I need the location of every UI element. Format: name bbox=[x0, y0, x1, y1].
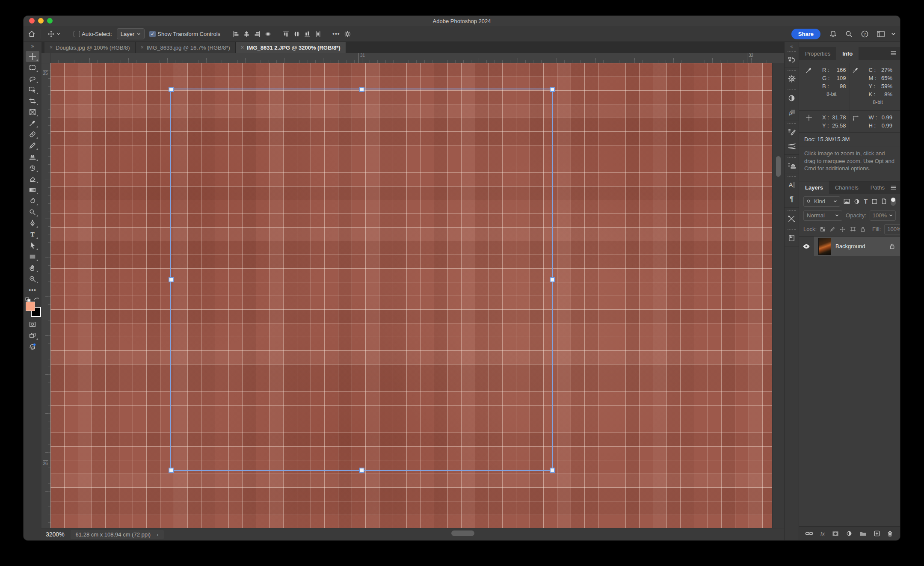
transform-handle-bottom-right[interactable] bbox=[550, 468, 555, 473]
chevron-right-icon[interactable]: › bbox=[157, 531, 158, 538]
crop-tool[interactable] bbox=[26, 95, 39, 107]
search-icon[interactable] bbox=[845, 30, 853, 38]
lock-all-icon[interactable] bbox=[860, 226, 865, 232]
default-colors-icon[interactable] bbox=[25, 297, 30, 302]
transform-handle-top-right[interactable] bbox=[550, 87, 555, 92]
hand-tool[interactable] bbox=[26, 262, 39, 273]
align-vertical-centers-icon[interactable] bbox=[264, 30, 272, 38]
transform-handle-top-center[interactable] bbox=[359, 87, 364, 92]
new-layer-icon[interactable] bbox=[874, 530, 880, 536]
brush-tool[interactable] bbox=[26, 140, 39, 151]
layer-style-icon[interactable]: fx bbox=[820, 530, 825, 537]
frame-tool[interactable] bbox=[26, 107, 39, 118]
close-tab-icon[interactable]: × bbox=[141, 44, 144, 50]
character-panel-icon[interactable]: A bbox=[785, 178, 799, 192]
close-window-button[interactable] bbox=[29, 18, 35, 24]
panel-menu-icon[interactable] bbox=[890, 51, 897, 56]
close-tab-icon[interactable]: × bbox=[50, 44, 53, 50]
tool-presets-icon[interactable] bbox=[785, 211, 799, 226]
object-selection-tool[interactable] bbox=[26, 84, 39, 95]
crosshair-icon[interactable] bbox=[804, 113, 814, 130]
dock-collapse-chevron[interactable]: « bbox=[790, 44, 793, 49]
lock-position-icon[interactable] bbox=[840, 226, 846, 232]
align-horizontal-centers-icon[interactable] bbox=[243, 30, 250, 38]
home-icon[interactable] bbox=[28, 30, 36, 38]
history-brush-tool[interactable] bbox=[26, 162, 39, 173]
distribute-vertical-icon[interactable] bbox=[314, 30, 322, 38]
more-options-icon[interactable]: ••• bbox=[332, 30, 340, 37]
move-tool-option[interactable] bbox=[46, 30, 62, 39]
lock-transparency-icon[interactable] bbox=[820, 226, 826, 232]
clone-source-icon[interactable] bbox=[785, 158, 799, 173]
lock-artboard-icon[interactable] bbox=[850, 226, 856, 232]
close-tab-icon[interactable]: × bbox=[241, 44, 244, 50]
show-transform-checkbox[interactable]: ✓ Show Transform Controls bbox=[148, 30, 222, 38]
transform-handle-top-left[interactable] bbox=[169, 87, 174, 92]
blend-mode-dropdown[interactable]: Normal bbox=[803, 210, 842, 221]
type-tool[interactable]: T bbox=[26, 229, 39, 240]
layer-row-background[interactable]: Background bbox=[799, 237, 900, 256]
document-tab-active[interactable]: × IMG_8631 2.JPG @ 3200% (RGB/8*) bbox=[236, 42, 346, 53]
auto-select-checkbox[interactable]: Auto-Select: bbox=[72, 30, 113, 38]
transform-handle-middle-right[interactable] bbox=[550, 277, 555, 282]
move-tool[interactable] bbox=[26, 51, 39, 62]
transform-bounding-box[interactable] bbox=[170, 89, 553, 471]
gradient-tool[interactable] bbox=[26, 184, 39, 196]
lasso-tool[interactable] bbox=[26, 73, 39, 84]
document-tab[interactable]: × IMG_8633.jpg @ 16.7% (RGB/8*) bbox=[136, 42, 236, 53]
tab-layers[interactable]: Layers bbox=[799, 181, 829, 194]
zoom-tool[interactable] bbox=[26, 273, 39, 284]
align-bottom-edges-icon[interactable] bbox=[304, 30, 311, 38]
styles-icon[interactable]: fx bbox=[785, 105, 799, 120]
tab-channels[interactable]: Channels bbox=[829, 181, 865, 194]
eyedropper-icon[interactable] bbox=[804, 66, 814, 108]
new-adjustment-layer-icon[interactable] bbox=[846, 530, 852, 536]
dodge-tool[interactable] bbox=[26, 207, 39, 218]
panel-menu-icon[interactable] bbox=[890, 185, 897, 190]
align-right-edges-icon[interactable] bbox=[254, 30, 261, 38]
eyedropper-plus-icon[interactable] bbox=[851, 66, 860, 108]
share-button[interactable]: Share bbox=[791, 29, 820, 39]
align-left-edges-icon[interactable] bbox=[232, 30, 240, 38]
eyedropper-tool[interactable] bbox=[26, 118, 39, 129]
zoom-window-button[interactable] bbox=[47, 18, 53, 24]
eraser-tool[interactable] bbox=[26, 173, 39, 184]
horizontal-scrollbar-thumb[interactable] bbox=[451, 530, 474, 536]
navigator-helm-icon[interactable] bbox=[785, 71, 799, 86]
link-layers-icon[interactable] bbox=[805, 531, 813, 536]
vertical-ruler[interactable]: 25 26 bbox=[41, 63, 51, 528]
minimize-window-button[interactable] bbox=[38, 18, 44, 24]
layer-filter-kind-dropdown[interactable]: Kind bbox=[803, 196, 840, 207]
layer-visibility-toggle[interactable] bbox=[799, 237, 814, 256]
new-group-icon[interactable] bbox=[859, 531, 867, 536]
tab-properties[interactable]: Properties bbox=[799, 47, 836, 60]
path-selection-tool[interactable] bbox=[26, 240, 39, 251]
quick-mask-icon[interactable] bbox=[26, 319, 39, 330]
add-layer-mask-icon[interactable] bbox=[832, 531, 839, 536]
layer-filtering-toggle[interactable] bbox=[891, 197, 896, 206]
auto-select-target-dropdown[interactable]: Layer bbox=[117, 28, 145, 39]
tab-paths[interactable]: Paths bbox=[865, 181, 891, 194]
transform-handle-bottom-center[interactable] bbox=[359, 468, 364, 473]
marquee-tool[interactable] bbox=[26, 62, 39, 73]
shape-tool[interactable] bbox=[26, 251, 39, 262]
lock-pixels-icon[interactable] bbox=[830, 226, 835, 232]
document-info[interactable]: 61.28 cm x 108.94 cm (72 ppi) › bbox=[71, 530, 164, 539]
brushes-icon[interactable] bbox=[785, 139, 799, 154]
vertical-scrollbar[interactable] bbox=[772, 63, 784, 528]
tab-info[interactable]: Info bbox=[836, 47, 859, 60]
filter-pixel-layers-icon[interactable] bbox=[844, 199, 850, 204]
pen-tool[interactable] bbox=[26, 218, 39, 229]
paragraph-panel-icon[interactable]: ¶ bbox=[785, 192, 799, 207]
filter-type-layers-icon[interactable]: T bbox=[864, 198, 868, 205]
dimensions-icon[interactable] bbox=[851, 113, 860, 130]
swap-colors-icon[interactable] bbox=[33, 296, 39, 302]
zoom-level-field[interactable]: 3200% bbox=[46, 531, 65, 538]
filter-adjustment-layers-icon[interactable] bbox=[854, 199, 860, 204]
chevron-down-icon[interactable] bbox=[891, 32, 896, 36]
gear-icon[interactable] bbox=[344, 30, 352, 38]
layer-thumbnail[interactable] bbox=[818, 238, 831, 255]
foreground-color-swatch[interactable] bbox=[26, 302, 35, 311]
filter-smart-objects-icon[interactable] bbox=[881, 198, 887, 204]
canvas-image[interactable] bbox=[50, 63, 773, 528]
